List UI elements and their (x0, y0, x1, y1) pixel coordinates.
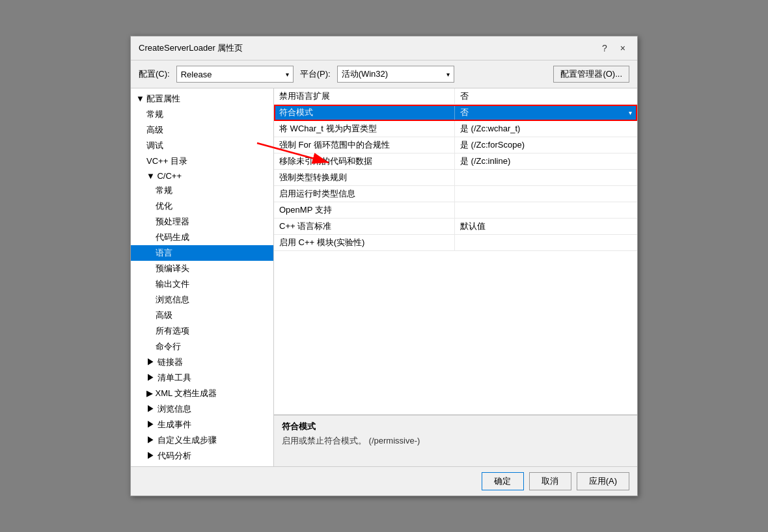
tree-item-cpp-cmd[interactable]: 命令行 (131, 339, 273, 354)
apply-button[interactable]: 应用(A) (577, 472, 629, 490)
main-dialog: CreateServerLoader 属性页 ? × 配置(C): Releas… (130, 36, 638, 496)
prop-row-1[interactable]: 符合模式否▾ (274, 105, 637, 121)
tree-item-advanced[interactable]: 高级 (131, 122, 273, 138)
prop-row-0[interactable]: 禁用语言扩展否 (274, 88, 637, 105)
property-table: 禁用语言扩展否符合模式否▾将 WChar_t 视为内置类型是 (/Zc:wcha… (274, 88, 637, 414)
title-bar-controls: ? × (598, 42, 629, 55)
tree-panel: ▼ 配置属性常规高级调试VC++ 目录▼ C/C++常规优化预处理器代码生成语言… (131, 88, 274, 466)
main-content: ▼ 配置属性常规高级调试VC++ 目录▼ C/C++常规优化预处理器代码生成语言… (131, 88, 637, 466)
ok-button[interactable]: 确定 (482, 472, 524, 490)
prop-name-2: 将 WChar_t 视为内置类型 (274, 121, 455, 137)
prop-value-chevron-icon[interactable]: ▾ (629, 109, 632, 116)
prop-name-4: 移除未引用的代码和数据 (274, 153, 455, 169)
tree-item-cpp-advanced[interactable]: 高级 (131, 308, 273, 323)
prop-value-5 (455, 170, 637, 185)
tree-item-linker[interactable]: ▶ 链接器 (131, 354, 273, 370)
prop-value-2: 是 (/Zc:wchar_t) (455, 121, 637, 137)
platform-label: 平台(P): (300, 68, 331, 80)
config-value: Release (181, 70, 212, 79)
dialog-title: CreateServerLoader 属性页 (139, 42, 243, 54)
prop-value-0: 否 (455, 88, 637, 104)
platform-chevron-icon: ▾ (446, 71, 450, 78)
tree-item-cpp-all[interactable]: 所有选项 (131, 323, 273, 339)
prop-row-4[interactable]: 移除未引用的代码和数据是 (/Zc:inline) (274, 153, 637, 170)
tree-item-vc-dir[interactable]: VC++ 目录 (131, 153, 273, 169)
tree-item-cpp-output[interactable]: 输出文件 (131, 276, 273, 292)
tree-item-custom-build[interactable]: ▶ 自定义生成步骤 (131, 432, 273, 448)
prop-row-5[interactable]: 强制类型转换规则 (274, 170, 637, 186)
prop-value-1: 否▾ (455, 105, 637, 120)
config-chevron-icon: ▾ (286, 71, 289, 78)
desc-text: 启用或禁止符合模式。 (/permissive-) (282, 435, 629, 447)
tree-item-cpp-lang[interactable]: 语言 (131, 245, 273, 261)
prop-value-6 (455, 186, 637, 202)
platform-dropdown[interactable]: 活动(Win32) ▾ (337, 66, 454, 83)
config-manager-button[interactable]: 配置管理器(O)... (553, 66, 629, 83)
tree-item-browse-info[interactable]: ▶ 浏览信息 (131, 401, 273, 417)
prop-row-3[interactable]: 强制 For 循环范围中的合规性是 (/Zc:forScope) (274, 137, 637, 153)
prop-value-4: 是 (/Zc:inline) (455, 153, 637, 169)
config-label: 配置(C): (139, 68, 170, 80)
title-bar: CreateServerLoader 属性页 ? × (131, 36, 637, 60)
tree-item-cpp-codegen[interactable]: 代码生成 (131, 230, 273, 245)
toolbar: 配置(C): Release ▾ 平台(P): 活动(Win32) ▾ 配置管理… (131, 60, 637, 88)
tree-item-config-props[interactable]: ▼ 配置属性 (131, 91, 273, 107)
config-dropdown[interactable]: Release ▾ (176, 66, 294, 83)
prop-row-9[interactable]: 启用 C++ 模块(实验性) (274, 235, 637, 251)
tree-item-cpp-preprocess[interactable]: 预处理器 (131, 214, 273, 230)
platform-value: 活动(Win32) (342, 68, 389, 80)
prop-value-3: 是 (/Zc:forScope) (455, 137, 637, 153)
desc-title: 符合模式 (282, 421, 629, 432)
tree-item-cpp-browse[interactable]: 浏览信息 (131, 292, 273, 308)
prop-row-6[interactable]: 启用运行时类型信息 (274, 186, 637, 202)
prop-name-7: OpenMP 支持 (274, 202, 455, 218)
help-button[interactable]: ? (598, 42, 611, 55)
prop-name-5: 强制类型转换规则 (274, 170, 455, 185)
cancel-button[interactable]: 取消 (529, 472, 571, 490)
tree-item-cpp[interactable]: ▼ C/C++ (131, 169, 273, 183)
tree-item-manifest[interactable]: ▶ 清单工具 (131, 370, 273, 386)
tree-item-general[interactable]: 常规 (131, 107, 273, 122)
tree-item-cpp-general[interactable]: 常规 (131, 183, 273, 198)
prop-name-6: 启用运行时类型信息 (274, 186, 455, 202)
tree-item-xml-gen[interactable]: ▶ XML 文档生成器 (131, 386, 273, 401)
prop-value-8: 默认值 (455, 219, 637, 234)
prop-value-9 (455, 235, 637, 250)
tree-item-code-analysis[interactable]: ▶ 代码分析 (131, 448, 273, 464)
close-button[interactable]: × (616, 42, 629, 55)
prop-name-0: 禁用语言扩展 (274, 88, 455, 104)
tree-item-debug[interactable]: 调试 (131, 138, 273, 153)
tree-item-cpp-optimize[interactable]: 优化 (131, 198, 273, 214)
bottom-bar: 确定 取消 应用(A) (131, 466, 637, 496)
prop-row-8[interactable]: C++ 语言标准默认值 (274, 219, 637, 235)
prop-name-3: 强制 For 循环范围中的合规性 (274, 137, 455, 153)
description-panel: 符合模式 启用或禁止符合模式。 (/permissive-) (274, 414, 637, 466)
prop-name-8: C++ 语言标准 (274, 219, 455, 234)
prop-row-7[interactable]: OpenMP 支持 (274, 202, 637, 219)
prop-value-7 (455, 202, 637, 218)
prop-name-9: 启用 C++ 模块(实验性) (274, 235, 455, 250)
tree-item-cpp-pch[interactable]: 预编译头 (131, 261, 273, 276)
right-panel: 禁用语言扩展否符合模式否▾将 WChar_t 视为内置类型是 (/Zc:wcha… (274, 88, 637, 466)
tree-item-build-event[interactable]: ▶ 生成事件 (131, 417, 273, 432)
prop-row-2[interactable]: 将 WChar_t 视为内置类型是 (/Zc:wchar_t) (274, 121, 637, 137)
prop-name-1: 符合模式 (274, 105, 455, 120)
